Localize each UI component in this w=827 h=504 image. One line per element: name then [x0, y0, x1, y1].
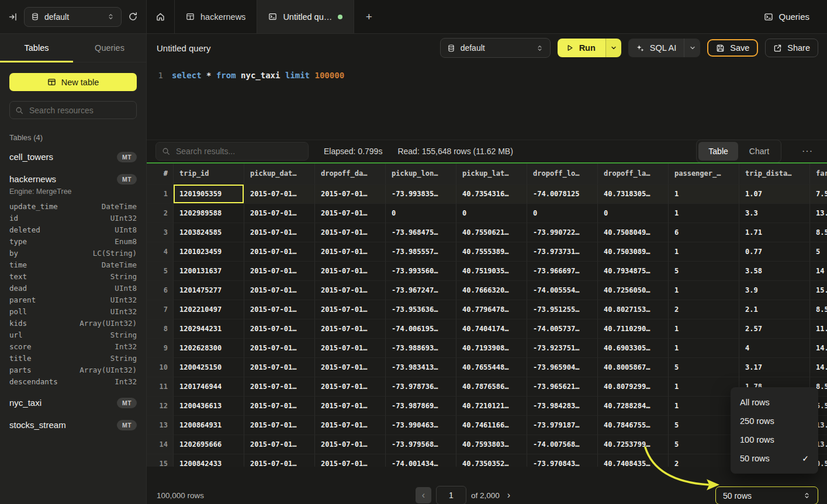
table-cell[interactable]: 40.7796478… — [456, 300, 527, 319]
table-cell[interactable]: -74.005737… — [527, 319, 598, 339]
table-cell[interactable]: 13.5 — [810, 204, 827, 223]
table-cell[interactable]: 40.7655448… — [456, 358, 527, 377]
table-cell[interactable]: 8.5 — [810, 223, 827, 242]
table-cell[interactable]: -73.965621… — [527, 377, 598, 397]
table-cell[interactable]: 2015-07-01… — [315, 300, 386, 319]
table-cell[interactable]: 40.7256050… — [598, 281, 669, 300]
sidebar-search[interactable] — [9, 101, 137, 119]
table-cell[interactable]: 1201905359 — [174, 185, 244, 204]
table-cell[interactable]: -73.985557… — [386, 242, 456, 262]
sidebar-tab-queries[interactable]: Queries — [73, 34, 146, 62]
table-cell[interactable]: 1.07 — [739, 185, 810, 204]
table-cell[interactable]: 40.7288284… — [598, 397, 669, 416]
table-cell[interactable]: 3.3 — [739, 204, 810, 223]
table-cell[interactable]: -74.001434… — [386, 454, 456, 467]
table-cell[interactable]: 40.7110290… — [598, 319, 669, 339]
share-button[interactable]: Share — [765, 39, 818, 57]
table-cell[interactable]: 1202989588 — [174, 204, 244, 223]
table-cell[interactable]: 2015-07-01… — [244, 262, 315, 281]
table-cell[interactable]: 2015-07-01… — [244, 339, 315, 358]
table-cell[interactable]: -73.988693… — [386, 339, 456, 358]
table-cell[interactable]: -73.984283… — [527, 397, 598, 416]
table-cell[interactable]: -73.951255… — [527, 300, 598, 319]
table-cell[interactable]: 0.77 — [739, 242, 810, 262]
table-cell[interactable]: 2015-07-01… — [315, 204, 386, 223]
table-cell[interactable]: 2015-07-01… — [315, 377, 386, 397]
tab-hackernews[interactable]: hackernews — [175, 0, 257, 33]
table-cell[interactable]: 1 — [669, 339, 739, 358]
table-cell[interactable]: 40.7210121… — [456, 397, 527, 416]
table-cell[interactable]: 40.7666320… — [456, 281, 527, 300]
table-cell[interactable]: -73.970843… — [527, 454, 598, 467]
page-number-input[interactable] — [436, 486, 466, 504]
table-cell[interactable]: 1 — [669, 204, 739, 223]
table-cell[interactable]: 2015-07-01… — [315, 281, 386, 300]
table-cell[interactable]: 40.7550621… — [456, 223, 527, 242]
table-cell[interactable]: 2015-07-01… — [315, 223, 386, 242]
view-toggle-chart[interactable]: Chart — [739, 142, 779, 161]
column-header[interactable]: dropoff_lo… — [527, 164, 598, 185]
table-cell[interactable]: 2015-07-01… — [244, 300, 315, 319]
table-cell[interactable]: 2.1 — [739, 300, 810, 319]
table-cell[interactable]: 40.6903305… — [598, 339, 669, 358]
table-cell[interactable]: 40.8027153… — [598, 300, 669, 319]
run-options-caret[interactable] — [605, 39, 621, 57]
table-cell[interactable]: 1.71 — [739, 223, 810, 242]
home-button[interactable] — [147, 0, 175, 33]
queries-button[interactable]: Queries — [746, 0, 827, 33]
table-cell[interactable]: 0 — [456, 204, 527, 223]
table-cell[interactable]: 40.7934875… — [598, 262, 669, 281]
table-cell[interactable]: 0 — [527, 204, 598, 223]
table-cell[interactable]: 5 — [669, 262, 739, 281]
column-header[interactable]: pickup_lon… — [386, 164, 456, 185]
sql-ai-caret[interactable] — [684, 39, 700, 57]
table-cell[interactable]: 1201746944 — [174, 377, 244, 397]
table-cell[interactable]: 0 — [386, 204, 456, 223]
table-cell[interactable]: 2015-07-01… — [244, 397, 315, 416]
sidebar-table-hackernews[interactable]: hackernewsMT — [9, 172, 137, 186]
column-header[interactable]: fare_amount — [810, 164, 827, 185]
sidebar-table-nyc_taxi[interactable]: nyc_taxiMT — [9, 395, 137, 410]
table-cell[interactable]: 40.7404174… — [456, 319, 527, 339]
table-cell[interactable]: 14.5 — [810, 339, 827, 358]
table-cell[interactable]: 40.8079299… — [598, 377, 669, 397]
database-selector[interactable]: default — [24, 7, 122, 27]
sql-editor[interactable]: 1 select * from nyc_taxi limit 100000 — [147, 62, 827, 140]
sidebar-search-input[interactable] — [28, 105, 131, 116]
table-cell[interactable]: 1202628300 — [174, 339, 244, 358]
table-cell[interactable]: 1202695666 — [174, 435, 244, 454]
table-cell[interactable]: 2015-07-01… — [244, 319, 315, 339]
table-cell[interactable]: 40.8005867… — [598, 358, 669, 377]
table-cell[interactable]: 2015-07-01… — [244, 454, 315, 467]
table-cell[interactable]: 1 — [669, 185, 739, 204]
table-cell[interactable]: 40.7350352… — [456, 454, 527, 467]
menu-item-50-rows[interactable]: 50 rows✓ — [731, 449, 818, 468]
table-cell[interactable]: -73.990722… — [527, 223, 598, 242]
table-cell[interactable]: -73.968475… — [386, 223, 456, 242]
table-cell[interactable]: 40.7555389… — [456, 242, 527, 262]
table-cell[interactable]: 7.5 — [810, 185, 827, 204]
table-cell[interactable]: 40.7318305… — [598, 185, 669, 204]
table-cell[interactable]: -74.0078125 — [527, 185, 598, 204]
table-cell[interactable]: 1202944231 — [174, 319, 244, 339]
table-cell[interactable]: -73.966697… — [527, 262, 598, 281]
table-cell[interactable]: -73.983413… — [386, 358, 456, 377]
table-cell[interactable]: 4 — [739, 339, 810, 358]
sql-ai-button[interactable]: SQL AI — [628, 39, 684, 57]
table-cell[interactable]: 5 — [669, 416, 739, 435]
table-cell[interactable]: -73.979568… — [386, 435, 456, 454]
table-cell[interactable]: 2015-07-01… — [244, 377, 315, 397]
table-cell[interactable]: 1201023459 — [174, 242, 244, 262]
table-cell[interactable]: 40.7193908… — [456, 339, 527, 358]
table-cell[interactable]: 2015-07-01… — [315, 416, 386, 435]
table-cell[interactable]: 1202210497 — [174, 300, 244, 319]
collapse-sidebar-icon[interactable] — [8, 12, 18, 22]
table-cell[interactable]: 14 — [810, 262, 827, 281]
page-size-select[interactable]: 50 rows — [715, 486, 818, 504]
table-cell[interactable]: 2 — [669, 300, 739, 319]
table-cell[interactable]: 1200436613 — [174, 397, 244, 416]
table-cell[interactable]: 5 — [669, 358, 739, 377]
table-cell[interactable]: 1 — [669, 242, 739, 262]
column-header[interactable]: # — [147, 164, 174, 185]
table-cell[interactable]: 1200131637 — [174, 262, 244, 281]
